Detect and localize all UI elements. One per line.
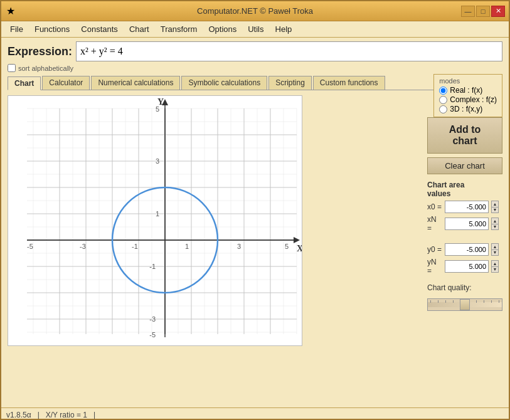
modes-panel: modes Real : f(x) Complex : f(z) 3D : f(…	[433, 74, 502, 117]
mode-3d-radio[interactable]	[439, 105, 447, 113]
menu-transform[interactable]: Transform	[156, 23, 203, 36]
chart-container: X Y -5 -3 -1 1 3 5 5 3 1 -1 -3 -5	[8, 90, 502, 353]
menu-chart[interactable]: Chart	[124, 23, 154, 36]
menu-options[interactable]: Options	[203, 23, 242, 36]
mode-real-label: Real : f(x)	[450, 86, 482, 95]
tab-calculator[interactable]: Calculator	[42, 76, 90, 90]
x0-label: x0 =	[427, 202, 442, 211]
version-label: v1.8.5α	[6, 411, 31, 419]
expression-input[interactable]	[76, 41, 502, 61]
svg-text:3: 3	[156, 157, 159, 165]
mode-real[interactable]: Real : f(x)	[439, 86, 497, 95]
titlebar: ★ Computator.NET © Paweł Troka — □ ✕	[1, 1, 509, 21]
y0-input[interactable]	[445, 243, 489, 256]
tab-numerical[interactable]: Numerical calculations	[91, 76, 180, 90]
chart-quality-label: Chart quality:	[427, 283, 502, 292]
yN-label: yN =	[427, 258, 442, 275]
svg-text:-1: -1	[132, 243, 138, 250]
tick-3	[445, 300, 446, 303]
xN-spinner[interactable]: ▲ ▼	[491, 218, 499, 230]
maximize-button[interactable]: □	[476, 6, 490, 17]
separator-2: |	[93, 411, 95, 419]
menu-functions[interactable]: Functions	[29, 23, 75, 36]
tab-custom[interactable]: Custom functions	[313, 76, 385, 90]
y0-label: y0 =	[427, 245, 442, 254]
svg-rect-0	[8, 96, 302, 346]
mode-real-radio[interactable]	[439, 87, 447, 95]
app-logo: ★	[6, 5, 15, 17]
xN-label: xN =	[427, 215, 442, 233]
add-to-chart-button[interactable]: Add tochart	[427, 117, 502, 154]
tab-symbolic[interactable]: Symbolic calculations	[181, 76, 267, 90]
xN-input[interactable]	[445, 218, 489, 230]
menu-file[interactable]: File	[5, 23, 28, 36]
sort-checkbox[interactable]	[8, 64, 16, 72]
yN-down[interactable]: ▼	[492, 267, 498, 273]
y0-row: y0 = ▲ ▼	[427, 243, 502, 256]
tick-8	[484, 300, 484, 303]
yN-spinner[interactable]: ▲ ▼	[491, 260, 499, 273]
app-title: Computator.NET © Paweł Troka	[197, 6, 313, 16]
tabs-area: Chart Calculator Numerical calculations …	[8, 76, 502, 90]
menubar: File Functions Constants Chart Transform…	[1, 21, 509, 38]
x0-down[interactable]: ▼	[492, 207, 498, 213]
svg-text:-5: -5	[149, 331, 156, 339]
menu-constants[interactable]: Constants	[76, 23, 123, 36]
mode-complex[interactable]: Complex : f(z)	[439, 95, 497, 104]
yN-up[interactable]: ▲	[492, 261, 498, 267]
modes-title: modes	[439, 77, 497, 85]
expression-label: Expression:	[8, 45, 72, 58]
y0-spinner[interactable]: ▲ ▼	[491, 243, 499, 256]
mode-3d[interactable]: 3D : f(x,y)	[439, 105, 497, 113]
minimize-button[interactable]: —	[461, 6, 475, 17]
tick-2	[438, 300, 438, 303]
tab-chart[interactable]: Chart	[8, 76, 41, 90]
chart-area: X Y -5 -3 -1 1 3 5 5 3 1 -1 -3 -5	[8, 95, 421, 348]
expression-area: Expression:	[8, 41, 502, 61]
xN-row: xN = ▲ ▼	[427, 215, 502, 233]
xN-down[interactable]: ▼	[492, 224, 498, 230]
ratio-label: X/Y ratio = 1	[46, 411, 87, 419]
clear-chart-button[interactable]: Clear chart	[427, 157, 502, 174]
chart-area-values-label: Chart areavalues	[427, 181, 502, 198]
svg-text:-3: -3	[80, 243, 86, 250]
svg-text:-3: -3	[149, 315, 156, 323]
tick-7	[476, 300, 477, 303]
x0-row: x0 = ▲ ▼	[427, 201, 502, 213]
y0-down[interactable]: ▼	[492, 250, 498, 256]
slider-thumb[interactable]	[460, 299, 470, 310]
y0-up[interactable]: ▲	[492, 244, 498, 250]
chart-svg: X Y -5 -3 -1 1 3 5 5 3 1 -1 -3 -5	[8, 95, 302, 346]
mode-3d-label: 3D : f(x,y)	[450, 105, 482, 113]
mode-complex-radio[interactable]	[439, 96, 447, 104]
svg-text:-5: -5	[27, 243, 33, 250]
tick-1	[430, 300, 431, 303]
sort-label: sort alphabetically	[18, 65, 73, 72]
menu-help[interactable]: Help	[270, 23, 297, 36]
chart-area-values: Chart areavalues x0 = ▲ ▼ xN = ▲ ▼	[427, 181, 502, 277]
close-button[interactable]: ✕	[491, 6, 505, 17]
svg-text:5: 5	[156, 105, 159, 113]
x0-input[interactable]	[445, 201, 489, 213]
svg-text:1: 1	[156, 210, 159, 218]
tick-4	[453, 300, 454, 303]
statusbar: v1.8.5α | X/Y ratio = 1 |	[1, 407, 509, 420]
sort-area: sort alphabetically	[8, 64, 502, 72]
quality-slider[interactable]	[427, 298, 502, 311]
menu-utils[interactable]: Utils	[243, 23, 268, 36]
svg-text:X: X	[297, 244, 302, 253]
tick-9	[491, 300, 492, 303]
svg-text:5: 5	[285, 243, 289, 250]
x0-up[interactable]: ▲	[492, 201, 498, 207]
yN-row: yN = ▲ ▼	[427, 258, 502, 275]
tab-scripting[interactable]: Scripting	[268, 76, 312, 90]
separator-1: |	[38, 411, 40, 419]
svg-text:-1: -1	[149, 263, 156, 270]
x0-spinner[interactable]: ▲ ▼	[491, 201, 499, 213]
yN-input[interactable]	[445, 260, 489, 273]
content-wrapper: modes Real : f(x) Complex : f(z) 3D : f(…	[1, 38, 509, 407]
xN-up[interactable]: ▲	[492, 218, 498, 224]
tick-10	[499, 300, 499, 303]
svg-text:1: 1	[185, 243, 189, 250]
window-controls: — □ ✕	[461, 6, 505, 17]
